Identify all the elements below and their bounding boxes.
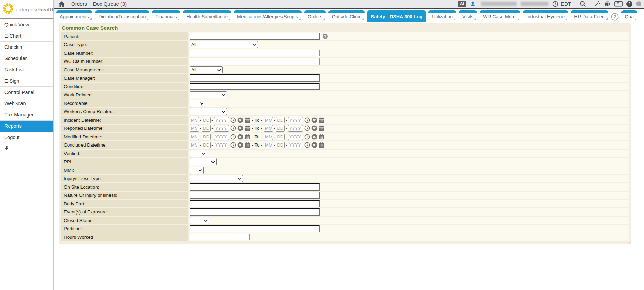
wand-icon[interactable] bbox=[594, 1, 600, 8]
tab-orders[interactable]: Orders bbox=[304, 10, 326, 22]
case-management-select[interactable]: All bbox=[190, 66, 223, 73]
mm-input[interactable] bbox=[264, 117, 273, 123]
case-number-input[interactable] bbox=[190, 50, 320, 56]
body-part-input[interactable] bbox=[190, 200, 320, 207]
mm-input[interactable] bbox=[190, 117, 199, 123]
dd-input[interactable] bbox=[276, 117, 285, 123]
time-picker-icon[interactable] bbox=[304, 142, 310, 148]
sidebar-item-quick-view[interactable]: Quick View bbox=[0, 19, 53, 30]
clear-date-icon[interactable] bbox=[311, 134, 317, 140]
dd-input[interactable] bbox=[276, 134, 285, 140]
tab-outside-clinic[interactable]: Outside Clinic bbox=[328, 10, 365, 22]
tab-appointments[interactable]: Appointments bbox=[56, 10, 92, 22]
breadcrumb-doc-queue[interactable]: Doc Queue (3) bbox=[93, 1, 127, 7]
globe-icon[interactable] bbox=[604, 1, 611, 7]
mm-input[interactable] bbox=[190, 142, 199, 148]
calendar-icon[interactable] bbox=[319, 134, 324, 140]
clear-date-icon[interactable] bbox=[237, 117, 243, 123]
mm-input[interactable] bbox=[190, 125, 199, 132]
case-manager-input[interactable] bbox=[190, 74, 320, 82]
event-s-of-exposure-input[interactable] bbox=[190, 208, 320, 216]
sidebar-item-checkin[interactable]: Checkin bbox=[0, 42, 53, 53]
calendar-icon[interactable] bbox=[319, 142, 324, 148]
year-input[interactable] bbox=[214, 142, 229, 148]
tab-medications-allergies-scripts[interactable]: Medications/Allergies/Scripts bbox=[234, 10, 302, 22]
calendar-icon[interactable] bbox=[245, 134, 250, 140]
tab-safety-osha-300-log[interactable]: Safety : OSHA 300 Log bbox=[367, 10, 426, 22]
clear-date-icon[interactable] bbox=[237, 125, 243, 131]
hours-worked-input[interactable] bbox=[190, 234, 250, 240]
condition-input[interactable] bbox=[190, 83, 320, 90]
year-input[interactable] bbox=[288, 125, 303, 132]
case-type-select[interactable]: All bbox=[190, 41, 258, 48]
sidebar-item-logout[interactable]: Logout bbox=[0, 132, 53, 143]
field-help-icon[interactable]: ? bbox=[323, 34, 328, 39]
tab-hr-data-feed[interactable]: HR Data Feed bbox=[571, 10, 608, 22]
on-site-location-input[interactable] bbox=[190, 183, 320, 191]
sidebar-item-reports[interactable]: Reports bbox=[0, 121, 53, 132]
sidebar-item-fax-manager[interactable]: Fax Manager bbox=[0, 109, 53, 121]
time-picker-icon[interactable] bbox=[230, 142, 236, 148]
time-picker-icon[interactable] bbox=[230, 134, 236, 140]
year-input[interactable] bbox=[288, 142, 303, 148]
clear-date-icon[interactable] bbox=[311, 117, 317, 123]
external-link-icon[interactable] bbox=[611, 13, 619, 21]
clear-date-icon[interactable] bbox=[237, 142, 243, 148]
dd-input[interactable] bbox=[202, 125, 211, 132]
tab-industrial-hygiene[interactable]: Industrial Hygiene bbox=[523, 10, 568, 22]
dd-input[interactable] bbox=[202, 142, 211, 148]
time-picker-icon[interactable] bbox=[304, 125, 310, 131]
ppi-select[interactable] bbox=[190, 158, 217, 165]
patient-input[interactable] bbox=[190, 33, 320, 40]
help-icon[interactable]: ? bbox=[626, 1, 632, 7]
search-icon[interactable] bbox=[580, 1, 586, 8]
clear-date-icon[interactable] bbox=[311, 142, 317, 148]
tab-utilization[interactable]: Utilization bbox=[428, 10, 456, 22]
dd-input[interactable] bbox=[276, 142, 285, 148]
sidebar-pin-button[interactable] bbox=[0, 143, 53, 154]
partition-input[interactable] bbox=[190, 225, 320, 232]
year-input[interactable] bbox=[214, 125, 229, 132]
calendar-icon[interactable] bbox=[245, 142, 250, 148]
tab-qua[interactable]: Qua bbox=[621, 10, 637, 22]
sidebar-item-control-panel[interactable]: Control Panel bbox=[0, 87, 53, 98]
sidebar-item-e-sign[interactable]: E-Sign bbox=[0, 75, 53, 87]
time-picker-icon[interactable] bbox=[230, 117, 236, 123]
user-icon[interactable] bbox=[470, 1, 476, 7]
dd-input[interactable] bbox=[202, 117, 211, 123]
worker-s-comp-related-select[interactable] bbox=[190, 108, 227, 115]
closed-status-select[interactable] bbox=[190, 217, 209, 224]
time-picker-icon[interactable] bbox=[304, 134, 310, 140]
clear-date-icon[interactable] bbox=[237, 134, 243, 140]
tab-dictation-transcription[interactable]: Dictation/Transcription bbox=[95, 10, 149, 22]
sidebar-item-task-list[interactable]: Task List bbox=[0, 64, 53, 75]
tab-health-surveillance[interactable]: Health Surveillance bbox=[183, 10, 231, 22]
year-input[interactable] bbox=[214, 117, 229, 123]
time-picker-icon[interactable] bbox=[304, 117, 310, 123]
time-picker-icon[interactable] bbox=[230, 125, 236, 131]
mm-input[interactable] bbox=[264, 125, 273, 132]
clear-date-icon[interactable] bbox=[311, 125, 317, 131]
breadcrumb-orders[interactable]: Orders bbox=[71, 1, 87, 7]
home-icon[interactable] bbox=[58, 1, 65, 7]
injury-illness-type-select[interactable] bbox=[190, 175, 243, 182]
tab-wr-case-mgmt[interactable]: WR Case Mgmt bbox=[480, 10, 520, 22]
calendar-icon[interactable] bbox=[319, 117, 324, 123]
sidebar-item-webscan[interactable]: WebScan bbox=[0, 98, 53, 109]
calendar-icon[interactable] bbox=[245, 125, 250, 131]
dd-input[interactable] bbox=[202, 134, 211, 140]
mm-input[interactable] bbox=[264, 142, 273, 148]
calendar-icon[interactable] bbox=[245, 117, 250, 123]
mm-input[interactable] bbox=[190, 134, 199, 140]
verified-select[interactable] bbox=[190, 150, 207, 157]
year-input[interactable] bbox=[288, 134, 303, 140]
mm-input[interactable] bbox=[264, 134, 273, 140]
tab-visits[interactable]: Visits bbox=[459, 10, 477, 22]
sidebar-item-scheduler[interactable]: Scheduler bbox=[0, 53, 53, 64]
tab-financials[interactable]: Financials bbox=[152, 10, 180, 22]
ai-badge[interactable]: AI bbox=[458, 1, 466, 7]
dd-input[interactable] bbox=[276, 125, 285, 132]
calendar-icon[interactable] bbox=[319, 125, 324, 131]
nature-of-injury-or-illness-input[interactable] bbox=[190, 192, 320, 199]
mmi-select[interactable] bbox=[190, 167, 204, 174]
